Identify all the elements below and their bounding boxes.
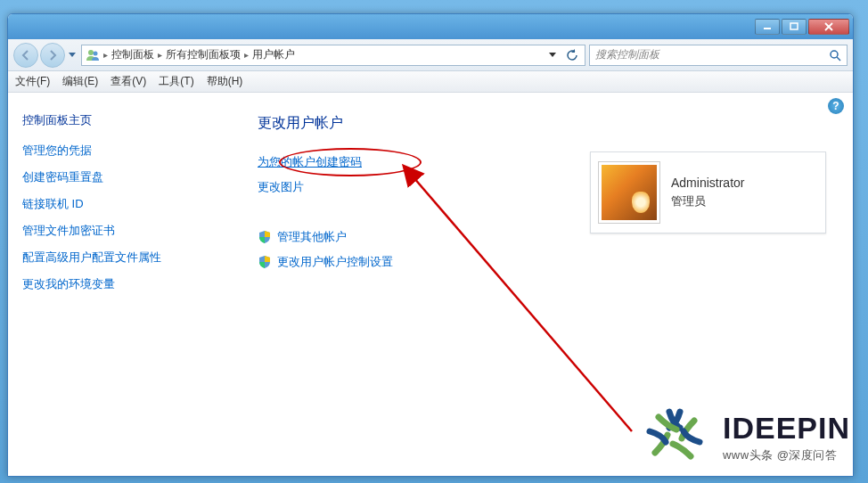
control-panel-window: ▸ 控制面板 ▸ 所有控制面板项 ▸ 用户帐户 搜索控制面板 文件(F) 编辑(… (7, 13, 854, 477)
breadcrumb-dropdown[interactable] (544, 46, 561, 64)
menu-file[interactable]: 文件(F) (15, 74, 50, 89)
menu-view[interactable]: 查看(V) (111, 74, 146, 89)
task-change-uac[interactable]: 更改用户帐户控制设置 (277, 254, 393, 270)
search-icon (829, 49, 841, 61)
nav-buttons (13, 43, 78, 68)
sidebar-link-encryption-certs[interactable]: 管理文件加密证书 (22, 223, 225, 239)
svg-point-4 (831, 51, 838, 58)
search-input[interactable]: 搜索控制面板 (589, 45, 848, 66)
account-info: Administrator 管理员 (671, 176, 744, 209)
sidebar: 控制面板主页 管理您的凭据 创建密码重置盘 链接联机 ID 管理文件加密证书 配… (8, 93, 240, 476)
account-type: 管理员 (671, 193, 744, 209)
refresh-button[interactable] (563, 46, 581, 64)
sidebar-link-password-reset-disk[interactable]: 创建密码重置盘 (22, 169, 225, 185)
task-manage-other-accounts[interactable]: 管理其他帐户 (277, 229, 347, 245)
breadcrumb-path[interactable]: ▸ 控制面板 ▸ 所有控制面板项 ▸ 用户帐户 (81, 45, 585, 66)
minimize-button[interactable] (755, 19, 780, 35)
sidebar-link-env-vars[interactable]: 更改我的环境变量 (22, 276, 225, 292)
content-area: ? 控制面板主页 管理您的凭据 创建密码重置盘 链接联机 ID 管理文件加密证书… (8, 93, 853, 476)
sidebar-link-credentials[interactable]: 管理您的凭据 (22, 143, 225, 159)
sidebar-link-online-id[interactable]: 链接联机 ID (22, 196, 225, 212)
sidebar-link-advanced-profile[interactable]: 配置高级用户配置文件属性 (22, 250, 225, 266)
address-bar: ▸ 控制面板 ▸ 所有控制面板项 ▸ 用户帐户 搜索控制面板 (8, 39, 853, 71)
svg-rect-1 (790, 23, 798, 29)
maximize-button[interactable] (782, 19, 807, 35)
svg-point-2 (88, 50, 94, 55)
nav-history-dropdown[interactable] (67, 46, 78, 64)
menu-help[interactable]: 帮助(H) (207, 74, 243, 89)
forward-button[interactable] (40, 43, 65, 68)
menu-edit[interactable]: 编辑(E) (62, 74, 98, 89)
close-button[interactable] (808, 19, 849, 35)
chevron-right-icon: ▸ (158, 50, 162, 60)
svg-point-3 (94, 51, 98, 55)
chevron-right-icon: ▸ (103, 50, 108, 60)
account-avatar (598, 161, 660, 224)
shield-icon (258, 230, 272, 244)
user-accounts-icon (86, 48, 100, 62)
menu-bar: 文件(F) 编辑(E) 查看(V) 工具(T) 帮助(H) (8, 71, 853, 93)
chevron-right-icon: ▸ (244, 50, 249, 60)
svg-rect-0 (764, 28, 771, 29)
titlebar (8, 14, 853, 39)
breadcrumb-level3[interactable]: 用户帐户 (252, 47, 295, 62)
account-name: Administrator (671, 176, 744, 190)
account-card: Administrator 管理员 (590, 151, 826, 233)
search-placeholder: 搜索控制面板 (595, 47, 659, 62)
menu-tools[interactable]: 工具(T) (159, 74, 193, 89)
main-title: 更改用户帐户 (258, 114, 835, 133)
back-button[interactable] (13, 43, 38, 68)
shield-icon (258, 255, 272, 269)
sidebar-title[interactable]: 控制面板主页 (22, 112, 225, 128)
breadcrumb-root[interactable]: 控制面板 (111, 47, 154, 62)
main-panel: 更改用户帐户 为您的帐户创建密码 更改图片 管理其他帐户 更改用户帐户控制设置 … (240, 93, 853, 476)
breadcrumb-level2[interactable]: 所有控制面板项 (166, 47, 241, 62)
